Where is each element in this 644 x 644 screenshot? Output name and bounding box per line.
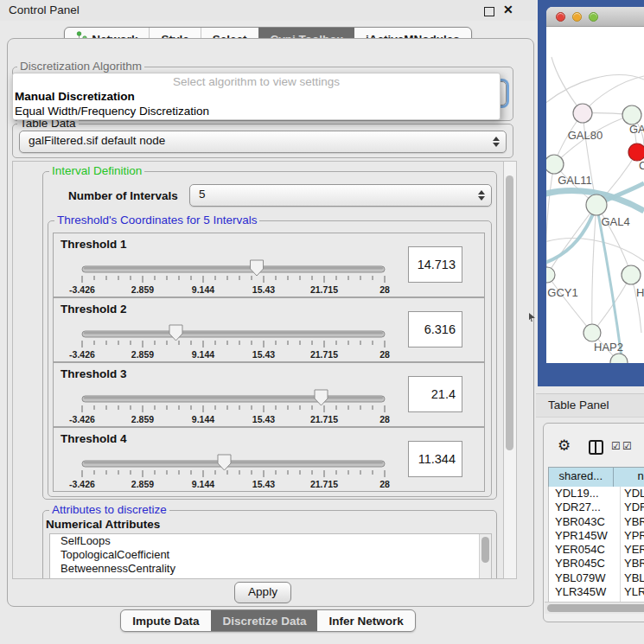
table-row[interactable]: YPR145WYPR1: [549, 529, 644, 543]
split-view-icon[interactable]: [589, 440, 603, 455]
table-panel-title: Table Panel: [548, 399, 609, 411]
cell-name[interactable]: YBR0: [621, 515, 644, 529]
cell-name[interactable]: YLR3: [621, 585, 644, 599]
table-row[interactable]: YER054CYER0: [549, 543, 644, 557]
cell-shared-name[interactable]: YDL19...: [549, 487, 621, 501]
cell-shared-name[interactable]: YPR145W: [549, 529, 621, 543]
network-node[interactable]: [546, 267, 555, 283]
table-row[interactable]: YBR045CYBR0: [549, 557, 644, 571]
svg-text:15.43: 15.43: [252, 349, 275, 360]
scrollbar-thumb[interactable]: [481, 537, 489, 563]
table-row[interactable]: YDL19...YDL1: [549, 487, 644, 501]
close-traffic-light-icon[interactable]: [556, 12, 565, 22]
threshold-panel: Threshold 2 -3.4262.8599.14415.4321.7152…: [53, 297, 485, 362]
node-label: GAL80: [568, 129, 603, 142]
network-node[interactable]: [628, 143, 644, 161]
svg-text:9.144: 9.144: [192, 479, 214, 489]
table-panel-titlebar: Table Panel: [536, 393, 644, 418]
cell-name[interactable]: YBL0: [621, 571, 644, 585]
cell-name[interactable]: YDR2: [621, 501, 644, 514]
column-header-name[interactable]: na: [614, 468, 644, 487]
threshold-value-field[interactable]: 11.344: [408, 441, 462, 477]
gear-icon[interactable]: ⚙: [558, 438, 571, 453]
table-data-combobox[interactable]: galFiltered.sif default node: [19, 131, 507, 153]
cell-name[interactable]: YDL1: [621, 487, 644, 501]
cell-name[interactable]: YER0: [621, 543, 644, 557]
threshold-value-field[interactable]: 21.4: [408, 376, 462, 412]
network-node[interactable]: [622, 105, 641, 124]
numerical-attributes-list[interactable]: SelfLoopsTopologicalCoefficientBetweenne…: [49, 533, 492, 579]
slider-thumb[interactable]: [218, 455, 231, 470]
network-node[interactable]: [583, 324, 601, 341]
list-item[interactable]: SelfLoops: [50, 534, 491, 548]
svg-text:28: 28: [379, 414, 390, 424]
panel-title: Control Panel: [9, 3, 80, 16]
cell-shared-name[interactable]: YER054C: [549, 543, 621, 557]
cell-shared-name[interactable]: YDR27...: [549, 501, 621, 514]
network-node[interactable]: [573, 104, 592, 123]
network-node[interactable]: [622, 265, 641, 284]
attributes-scrollbar[interactable]: [479, 534, 491, 579]
svg-text:2.859: 2.859: [131, 479, 154, 489]
threshold-value-field[interactable]: 6.316: [408, 311, 462, 348]
svg-text:-3.426: -3.426: [69, 479, 95, 489]
checkbox-icon[interactable]: ☑: [622, 441, 632, 451]
dropdown-option-manual[interactable]: Manual Discretization: [13, 89, 500, 104]
network-canvas[interactable]: GAL80GACGAL11GAL4GCY1HHAP2: [546, 26, 644, 363]
threshold-label: Threshold 3: [61, 367, 127, 380]
threshold-label: Threshold 1: [61, 238, 127, 251]
checkbox-icon[interactable]: ☑: [611, 441, 621, 451]
scrollbar-thumb[interactable]: [506, 175, 513, 450]
table-row[interactable]: YBL079WYBL0: [549, 571, 644, 585]
svg-text:15.43: 15.43: [252, 479, 275, 489]
slider-thumb[interactable]: [251, 260, 264, 276]
threshold-label: Threshold 4: [61, 432, 127, 445]
combo-arrows-icon: [493, 131, 500, 152]
svg-text:-3.426: -3.426: [69, 284, 95, 295]
network-node[interactable]: [586, 194, 607, 215]
list-item[interactable]: TopologicalCoefficient: [50, 548, 491, 562]
svg-text:2.859: 2.859: [131, 349, 154, 360]
threshold-value-field[interactable]: 14.713: [408, 246, 462, 283]
node-label: GA: [629, 123, 644, 136]
svg-text:15.43: 15.43: [252, 284, 275, 295]
svg-text:28: 28: [379, 349, 390, 360]
table-row[interactable]: YDR27...YDR2: [549, 501, 644, 514]
group-title-thresholds: Threshold's Coordinates for 5 Intervals: [54, 214, 259, 226]
scrollbar-thumb[interactable]: [547, 604, 644, 612]
table-row[interactable]: YLR345WYLR3: [549, 585, 644, 599]
tab-impute-data[interactable]: Impute Data: [121, 610, 210, 631]
slider-thumb[interactable]: [169, 325, 182, 341]
network-node[interactable]: [546, 155, 564, 174]
apply-button[interactable]: Apply: [234, 582, 291, 603]
tab-infer-network[interactable]: Infer Network: [317, 610, 414, 631]
num-intervals-combobox[interactable]: 5: [189, 184, 492, 207]
dropdown-option-equal-width[interactable]: Equal Width/Frequency Discretization: [13, 104, 500, 118]
cell-shared-name[interactable]: YLR345W: [549, 585, 621, 599]
network-nodes: GAL80GACGAL11GAL4GCY1HHAP2: [546, 104, 644, 363]
cell-shared-name[interactable]: YBL079W: [549, 571, 621, 585]
float-window-icon[interactable]: [484, 7, 494, 16]
settings-scrollbar[interactable]: [503, 161, 517, 579]
column-header-shared-name[interactable]: shared...: [549, 468, 614, 487]
slider-thumb[interactable]: [315, 390, 328, 405]
network-window-titlebar[interactable]: [546, 7, 644, 27]
list-item[interactable]: BetweennessCentrality: [50, 562, 491, 576]
cell-name[interactable]: YPR1: [621, 529, 644, 543]
threshold-panel: Threshold 3 -3.4262.8599.14415.4321.7152…: [53, 362, 485, 427]
table-hscrollbar[interactable]: [545, 602, 644, 614]
cell-shared-name[interactable]: YBR045C: [549, 557, 621, 571]
bottom-tabbar: Impute Data Discretize Data Infer Networ…: [0, 609, 536, 632]
attribute-items: SelfLoopsTopologicalCoefficientBetweenne…: [50, 534, 491, 576]
cell-name[interactable]: YBR0: [621, 557, 644, 571]
minimize-traffic-light-icon[interactable]: [572, 12, 582, 22]
node-label: H: [636, 286, 644, 299]
tab-discretize-data[interactable]: Discretize Data: [211, 610, 318, 631]
svg-text:28: 28: [379, 479, 390, 489]
close-icon[interactable]: ✕: [503, 3, 513, 16]
cell-shared-name[interactable]: YBR043C: [549, 515, 621, 529]
svg-text:28: 28: [379, 284, 390, 295]
zoom-traffic-light-icon[interactable]: [589, 12, 598, 22]
svg-text:-3.426: -3.426: [69, 414, 95, 424]
table-row[interactable]: YBR043CYBR0: [549, 515, 644, 529]
